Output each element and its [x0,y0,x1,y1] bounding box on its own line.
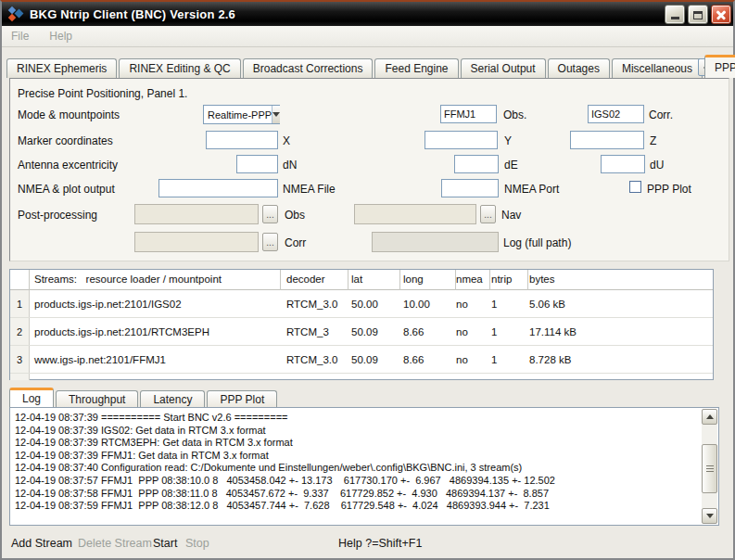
nmea-plot-output-label: NMEA & plot output [18,183,115,196]
table-row[interactable]: 2 products.igs-ip.net:2101/RTCM3EPH RTCM… [10,318,713,346]
cell-decoder: RTCM_3 [286,326,329,337]
ppp-plot-label: PPP Plot [647,183,691,196]
cell-lat: 50.00 [351,299,378,310]
menu-help[interactable]: Help [49,30,72,43]
tab-latency[interactable]: Latency [140,390,205,407]
antenna-dn-input[interactable] [236,155,278,173]
window-controls [665,5,731,24]
tab-throughput[interactable]: Throughput [56,390,138,407]
nmea-port-label: NMEA Port [504,183,559,196]
antenna-de-input[interactable] [454,155,499,173]
tab-broadcast-corrections[interactable]: Broadcast Corrections [243,58,374,78]
header-lat: lat [351,274,362,285]
cell-long: 8.66 [403,326,424,337]
header-nmea: nmea [456,274,483,285]
scroll-down-button[interactable] [702,508,717,524]
corr-mountpoint-input[interactable] [588,105,644,123]
menu-file[interactable]: File [11,30,29,43]
dn-label: dN [283,159,297,172]
log-scrollbar[interactable] [702,409,717,524]
x-label: X [283,134,290,147]
de-label: dE [504,159,518,172]
cell-ntrip: 1 [491,299,497,310]
bnc-window: BKG Ntrip Client (BNC) Version 2.6 File … [0,0,735,560]
action-bar: Add Stream Delete Stream Start Stop Help… [2,530,733,556]
scrollbar-thumb[interactable] [702,444,717,493]
row-number: 1 [10,290,30,317]
cell-bytes: 5.06 kB [529,299,565,310]
header-decoder: decoder [286,274,325,285]
post-obs-input[interactable] [134,204,259,224]
marker-y-input[interactable] [425,131,498,149]
cell-decoder: RTCM_3.0 [286,354,337,365]
cell-long: 8.66 [403,354,424,365]
du-label: dU [650,159,664,172]
titlebar[interactable]: BKG Ntrip Client (BNC) Version 2.6 [2,2,733,26]
add-stream-button[interactable]: Add Stream [11,537,72,550]
tab-ppp-1[interactable]: PPP (1) [704,55,735,78]
close-icon [712,6,730,23]
down-arrow-icon [706,514,714,518]
start-button[interactable]: Start [153,537,177,550]
log-output[interactable]: 12-04-19 08:37:39 ========== Start BNC v… [15,412,700,523]
cell-bytes: 8.728 kB [529,354,571,365]
scroll-up-button[interactable] [702,409,717,425]
tab-ppp-plot[interactable]: PPP Plot [207,390,277,407]
tab-outages[interactable]: Outages [548,58,610,78]
row-number: 3 [10,346,30,373]
post-log-input[interactable] [372,232,499,252]
row-number: 2 [10,318,30,345]
stop-button[interactable]: Stop [185,537,209,550]
marker-z-input[interactable] [570,131,644,149]
cell-long: 10.00 [403,299,430,310]
tab-rinex-editing-qc[interactable]: RINEX Editing & QC [119,58,240,78]
post-log-label: Log (full path) [503,236,571,249]
ppp-plot-checkbox[interactable] [629,181,641,193]
header-ntrip: ntrip [491,274,512,285]
obs-label: Obs. [503,108,526,121]
tab-rinex-ephemeris[interactable]: RINEX Ephemeris [6,58,117,78]
header-long: long [403,274,424,285]
cell-mountpoint: products.igs-ip.net:2101/RTCM3EPH [34,326,209,337]
window-title: BKG Ntrip Client (BNC) Version 2.6 [30,7,235,21]
tab-feed-engine[interactable]: Feed Engine [374,58,458,78]
mode-select[interactable]: Realtime-PPP [203,105,280,124]
tab-miscellaneous[interactable]: Miscellaneous [612,58,703,78]
streams-table: Streams: resource loader / mountpoint de… [9,269,714,380]
mode-dropdown-button[interactable] [272,106,280,123]
table-row[interactable]: 1 products.igs-ip.net:2101/IGS02 RTCM_3.… [10,290,713,318]
post-nav-label: Nav [501,209,521,222]
log-line: 12-04-19 08:37:58 FFMJ1 PPP 08:38:11.0 8… [15,488,700,501]
log-line: 12-04-19 08:37:39 IGS02: Get data in RTC… [15,425,700,438]
obs-mountpoint-input[interactable] [440,105,497,123]
close-button[interactable] [711,5,731,24]
post-nav-input[interactable] [354,204,476,224]
cell-mountpoint: products.igs-ip.net:2101/IGS02 [34,299,182,310]
browse-corr-button[interactable]: ... [262,233,278,251]
cell-bytes: 17.114 kB [529,326,577,337]
log-line: 12-04-19 08:37:40 Configuration read: C:… [15,462,700,475]
nmea-file-input[interactable] [158,179,278,197]
table-row[interactable]: 3 www.igs-ip.net:2101/FFMJ1 RTCM_3.0 50.… [10,346,713,374]
mode-selected-value: Realtime-PPP [204,109,272,121]
cell-nmea: no [456,299,468,310]
header-streams: Streams: resource loader / mountpoint [34,274,222,285]
minimize-button[interactable] [665,5,685,24]
cell-mountpoint: www.igs-ip.net:2101/FFMJ1 [34,354,166,365]
browse-obs-button[interactable]: ... [262,205,278,223]
nmea-port-input[interactable] [441,179,499,197]
log-line: 12-04-19 08:37:59 FFMJ1 PPP 08:38:12.0 8… [15,500,700,513]
post-corr-input[interactable] [134,232,259,252]
maximize-button[interactable] [688,5,708,24]
antenna-du-input[interactable] [601,155,645,173]
log-line: 12-04-19 08:37:39 ========== Start BNC v… [15,412,700,425]
browse-nav-button[interactable]: ... [480,205,496,223]
tab-log[interactable]: Log [9,388,54,407]
tab-serial-output[interactable]: Serial Output [461,58,546,78]
menubar: File Help [2,26,733,47]
log-line: 12-04-19 08:37:39 RTCM3EPH: Get data in … [15,437,700,450]
bottom-tab-bar: Log Throughput Latency PPP Plot [9,388,279,407]
delete-stream-button[interactable]: Delete Stream [78,537,152,550]
thumb-grip-icon [706,465,714,473]
marker-x-input[interactable] [206,131,278,149]
